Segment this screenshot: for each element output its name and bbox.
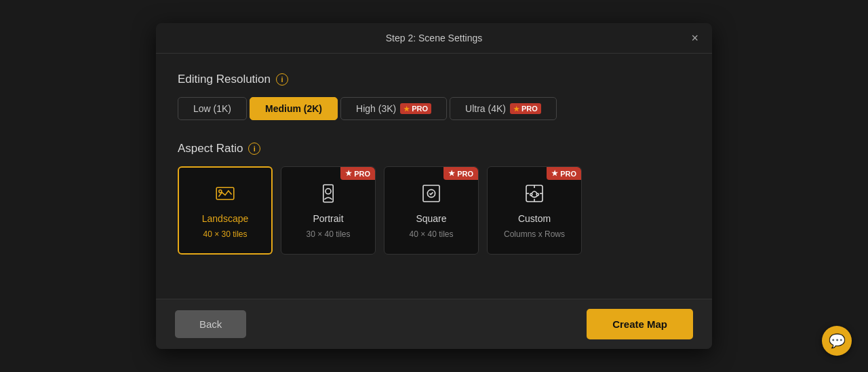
high-pro-badge: ★ PRO — [400, 103, 431, 114]
back-button[interactable]: Back — [175, 310, 246, 338]
resolution-medium-button[interactable]: Medium (2K) — [250, 97, 338, 120]
portrait-name: Portrait — [313, 213, 343, 224]
custom-pro-star: ★ — [551, 169, 558, 178]
resolution-low-button[interactable]: Low (1K) — [178, 97, 247, 120]
aspect-card-custom[interactable]: ★ PRO Custom — [487, 166, 582, 255]
aspect-ratio-label: Aspect Ratio — [178, 142, 243, 155]
square-sub: 40 × 40 tiles — [409, 229, 453, 239]
resolution-button-group: Low (1K) Medium (2K) High (3K) ★ PRO Ult… — [178, 97, 690, 120]
portrait-sub: 30 × 40 tiles — [306, 229, 350, 239]
landscape-name: Landscape — [202, 213, 249, 224]
portrait-pro-badge: ★ PRO — [340, 167, 375, 180]
svg-point-6 — [530, 193, 532, 196]
square-pro-star: ★ — [448, 169, 455, 178]
chat-button[interactable]: 💬 — [822, 326, 852, 356]
custom-sub: Columns x Rows — [504, 229, 565, 239]
square-name: Square — [416, 213, 446, 224]
portrait-icon — [317, 183, 339, 208]
aspect-card-landscape[interactable]: Landscape 40 × 30 tiles — [178, 166, 273, 255]
square-icon — [420, 183, 442, 208]
aspect-card-square[interactable]: ★ PRO Square 40 × 40 tiles — [384, 166, 479, 255]
svg-point-3 — [326, 188, 331, 193]
svg-point-7 — [536, 193, 538, 196]
resolution-high-button[interactable]: High (3K) ★ PRO — [340, 97, 447, 120]
editing-resolution-section: Editing Resolution i — [178, 73, 690, 86]
dialog-footer: Back Create Map — [156, 299, 712, 349]
ultra-pro-badge: ★ PRO — [510, 103, 541, 114]
svg-point-1 — [219, 189, 222, 192]
chat-icon: 💬 — [829, 333, 846, 349]
dialog-header: Step 2: Scene Settings × — [156, 23, 712, 54]
editing-resolution-label: Editing Resolution — [178, 73, 271, 86]
landscape-sub: 40 × 30 tiles — [203, 229, 247, 239]
landscape-icon — [214, 183, 236, 208]
portrait-pro-star: ★ — [345, 169, 352, 178]
create-map-button[interactable]: Create Map — [587, 309, 693, 339]
custom-icon — [524, 183, 545, 208]
custom-pro-badge: ★ PRO — [547, 167, 581, 180]
editing-resolution-info-icon[interactable]: i — [276, 73, 288, 86]
resolution-ultra-button[interactable]: Ultra (4K) ★ PRO — [450, 97, 557, 120]
dialog-title: Step 2: Scene Settings — [386, 33, 482, 43]
aspect-card-portrait[interactable]: ★ PRO Portrait 30 × 40 tiles — [281, 166, 376, 255]
aspect-ratio-section-label: Aspect Ratio i — [178, 142, 690, 155]
aspect-ratio-grid: Landscape 40 × 30 tiles ★ PRO Portrait — [178, 166, 690, 255]
scene-settings-dialog: Step 2: Scene Settings × Editing Resolut… — [156, 23, 712, 349]
dialog-body: Editing Resolution i Low (1K) Medium (2K… — [156, 54, 712, 299]
ultra-pro-star: ★ — [513, 105, 519, 113]
close-button[interactable]: × — [688, 29, 701, 47]
aspect-ratio-info-icon[interactable]: i — [248, 143, 260, 155]
custom-name: Custom — [518, 213, 551, 224]
square-pro-badge: ★ PRO — [443, 167, 478, 180]
high-pro-star: ★ — [403, 105, 410, 113]
